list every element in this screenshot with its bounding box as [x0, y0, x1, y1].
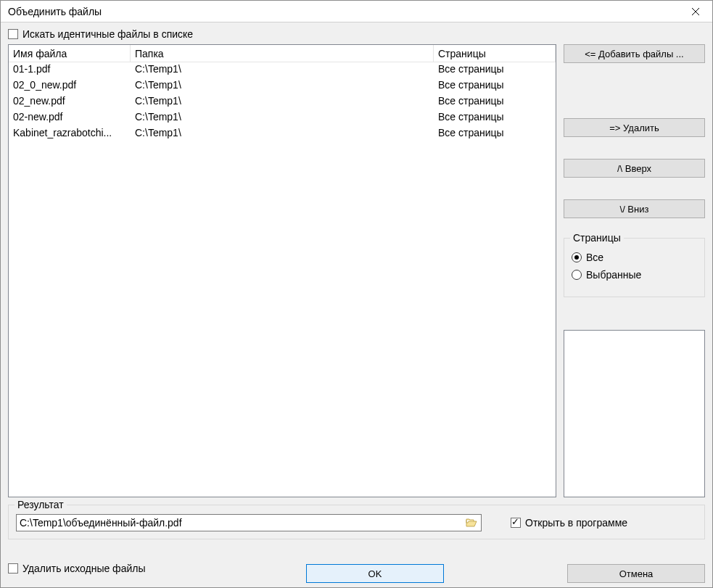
- cell-pages: Все страницы: [434, 94, 556, 110]
- column-header-name[interactable]: Имя файла: [9, 45, 131, 62]
- cell-folder: C:\Temp1\: [131, 78, 434, 94]
- open-in-program-row[interactable]: Открыть в программе: [511, 517, 627, 529]
- result-path-box[interactable]: C:\Temp1\объединённый-файл.pdf: [16, 514, 482, 531]
- folder-open-icon: [466, 518, 477, 528]
- search-identical-checkbox[interactable]: [8, 29, 18, 39]
- cell-filename: Kabinet_razrabotchi...: [9, 126, 131, 142]
- pages-group-title: Страницы: [570, 232, 624, 244]
- preview-box: [564, 330, 705, 497]
- cell-pages: Все страницы: [434, 110, 556, 126]
- radio-selected-row[interactable]: Выбранные: [572, 269, 697, 281]
- move-up-button[interactable]: /\ Вверх: [564, 159, 705, 178]
- result-group-title: Результат: [15, 499, 67, 510]
- cell-filename: 01-1.pdf: [9, 62, 131, 78]
- result-group: Результат C:\Temp1\объединённый-файл.pdf…: [8, 505, 705, 539]
- cancel-button[interactable]: Отмена: [567, 564, 705, 583]
- cell-folder: C:\Temp1\: [131, 110, 434, 126]
- open-in-program-checkbox[interactable]: [511, 518, 521, 528]
- dialog-window: Объединить файлы Искать идентичные файлы…: [0, 0, 713, 588]
- search-identical-label: Искать идентичные файлы в списке: [22, 28, 193, 40]
- radio-all-row[interactable]: Все: [572, 252, 697, 263]
- cell-filename: 02_0_new.pdf: [9, 78, 131, 94]
- window-title: Объединить файлы: [8, 6, 679, 17]
- cell-folder: C:\Temp1\: [131, 94, 434, 110]
- add-files-button[interactable]: <= Добавить файлы ...: [564, 44, 705, 63]
- radio-all[interactable]: [572, 252, 582, 262]
- cell-folder: C:\Temp1\: [131, 62, 434, 78]
- file-list-body: 01-1.pdfC:\Temp1\Все страницы02_0_new.pd…: [9, 62, 556, 497]
- close-button[interactable]: [679, 1, 712, 22]
- search-identical-row: Искать идентичные файлы в списке: [8, 28, 705, 40]
- table-row[interactable]: Kabinet_razrabotchi...C:\Temp1\Все стран…: [9, 126, 556, 142]
- move-down-button[interactable]: \/ Вниз: [564, 199, 705, 218]
- close-icon: [692, 8, 699, 15]
- table-row[interactable]: 02-new.pdfC:\Temp1\Все страницы: [9, 110, 556, 126]
- result-path-text: C:\Temp1\объединённый-файл.pdf: [20, 517, 465, 529]
- cell-filename: 02-new.pdf: [9, 110, 131, 126]
- table-row[interactable]: 02_new.pdfC:\Temp1\Все страницы: [9, 94, 556, 110]
- file-list[interactable]: Имя файла Папка Страницы 01-1.pdfC:\Temp…: [8, 44, 556, 497]
- cell-filename: 02_new.pdf: [9, 94, 131, 110]
- delete-source-checkbox[interactable]: [8, 563, 18, 573]
- titlebar: Объединить файлы: [1, 1, 712, 22]
- file-list-header: Имя файла Папка Страницы: [9, 45, 556, 62]
- browse-button[interactable]: [465, 516, 478, 529]
- radio-selected[interactable]: [572, 270, 582, 280]
- cell-pages: Все страницы: [434, 62, 556, 78]
- cell-folder: C:\Temp1\: [131, 126, 434, 142]
- middle-area: Имя файла Папка Страницы 01-1.pdfC:\Temp…: [8, 44, 705, 497]
- table-row[interactable]: 02_0_new.pdfC:\Temp1\Все страницы: [9, 78, 556, 94]
- pages-group: Страницы Все Выбранные: [564, 238, 705, 297]
- radio-all-label: Все: [586, 252, 603, 263]
- cell-pages: Все страницы: [434, 78, 556, 94]
- radio-selected-label: Выбранные: [586, 269, 641, 281]
- remove-button[interactable]: => Удалить: [564, 118, 705, 137]
- column-header-folder[interactable]: Папка: [131, 45, 434, 62]
- ok-cancel-bar: OK Отмена: [8, 564, 705, 583]
- column-header-pages[interactable]: Страницы: [434, 45, 556, 62]
- table-row[interactable]: 01-1.pdfC:\Temp1\Все страницы: [9, 62, 556, 78]
- side-column: <= Добавить файлы ... => Удалить /\ Ввер…: [564, 44, 705, 497]
- ok-button[interactable]: OK: [306, 564, 444, 583]
- open-in-program-label: Открыть в программе: [525, 517, 627, 529]
- client-area: Искать идентичные файлы в списке Имя фай…: [1, 22, 712, 587]
- cell-pages: Все страницы: [434, 126, 556, 142]
